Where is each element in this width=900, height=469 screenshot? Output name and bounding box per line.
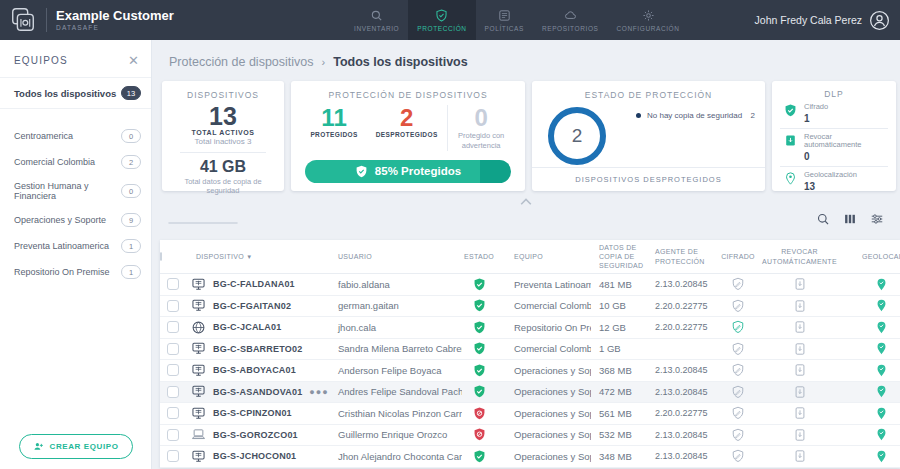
revoke-file-icon[interactable] [793, 320, 807, 334]
row-checkbox[interactable] [167, 407, 179, 419]
select-all-checkbox[interactable] [160, 252, 162, 261]
table-row[interactable]: BG-C-SBARRETO02 ●●● Sandra Milena Barret… [160, 339, 900, 361]
row-checkbox[interactable] [167, 364, 179, 376]
filter-sliders-icon[interactable] [870, 212, 884, 226]
table-row[interactable]: BG-S-CPINZON01 ●●● Cristhian Nicolas Pin… [160, 403, 900, 425]
col-dispositivo[interactable]: DISPOSITIVO ▼ [186, 252, 336, 262]
revoke-file-icon[interactable] [793, 363, 807, 377]
stat-warning: 0 Protegido con advertencia [447, 105, 515, 151]
geolocation-pin-icon[interactable] [875, 342, 888, 355]
sidebar-team-item[interactable]: Preventa Latinoamerica 1 [0, 233, 151, 259]
encryption-shield-icon[interactable] [731, 449, 745, 463]
sidebar-team-item[interactable]: Centroamerica 0 [0, 123, 151, 149]
user-cell: Jhon Alejandro Choconta Cardozo [336, 451, 462, 462]
geolocation-pin-icon[interactable] [875, 278, 888, 291]
dlp-label: Revocar automáticamente [804, 133, 886, 150]
encryption-shield-icon[interactable] [731, 363, 745, 377]
encryption-shield-icon[interactable] [731, 277, 745, 291]
backup-cell: 368 MB [591, 365, 649, 376]
row-checkbox[interactable] [167, 429, 179, 441]
nav-item-configuración[interactable]: CONFIGURACIÓN [608, 0, 689, 40]
col-revocar[interactable]: REVOCAR AUTOMÁTICAMENTE [757, 247, 842, 265]
card-devices: DISPOSITIVOS 13 TOTAL ACTIVOS Total inac… [162, 81, 284, 191]
geolocation-pin-icon[interactable] [875, 364, 888, 377]
table-row[interactable]: BG-S-GOROZCO01 ●●● Guillermo Enrique Oro… [160, 425, 900, 447]
col-usuario[interactable]: USUARIO [336, 252, 462, 261]
sidebar-close-icon[interactable]: ✕ [128, 56, 139, 66]
table-row[interactable]: BG-C-FGAITAN02 ●●● german.gaitan Comerci… [160, 296, 900, 318]
protected-shield-icon [473, 385, 486, 398]
row-checkbox[interactable] [167, 386, 179, 398]
nav-item-protección[interactable]: PROTECCIÓN [408, 0, 475, 40]
row-checkbox[interactable] [167, 321, 179, 333]
device-name: BG-S-JCHOCON01 [213, 451, 296, 461]
team-label: Comercial Colombia [14, 157, 95, 167]
revoke-file-icon[interactable] [793, 449, 807, 463]
geolocation-pin-icon[interactable] [875, 428, 888, 441]
col-estado[interactable]: ESTADO [462, 252, 496, 261]
revoke-file-icon[interactable] [793, 299, 807, 313]
table-row[interactable]: BG-S-ABOYACA01 ●●● Anderson Felipe Boyac… [160, 360, 900, 382]
create-team-button[interactable]: CREAR EQUIPO [19, 434, 133, 459]
revoke-file-icon[interactable] [793, 342, 807, 356]
gear-icon [642, 9, 655, 22]
card-dlp-title: DLP [780, 89, 888, 99]
geolocation-pin-icon[interactable] [875, 321, 888, 334]
card-devices-title: DISPOSITIVOS [170, 90, 276, 100]
sidebar-team-item[interactable]: Comercial Colombia 2 [0, 149, 151, 175]
team-label: Gestion Humana y Financiera [14, 181, 121, 201]
brand-title: Example Customer [56, 9, 174, 23]
table-row[interactable]: BG-C-JCALA01 ●●● jhon.cala Repositorio O… [160, 317, 900, 339]
encryption-shield-icon[interactable] [731, 320, 745, 334]
col-equipo[interactable]: EQUIPO [496, 252, 591, 261]
globe-device-icon [191, 320, 206, 335]
col-agente[interactable]: AGENTE DE PROTECCIÓN [649, 247, 707, 265]
encryption-shield-icon[interactable] [731, 406, 745, 420]
geolocation-pin-icon[interactable] [875, 299, 888, 312]
table-row[interactable]: BG-S-ASANDOVA01 ●●● Andres Felipe Sandov… [160, 382, 900, 404]
nav-item-repositorios[interactable]: REPOSITORIOS [533, 0, 608, 40]
dlp-item: Geolocalización 13 [780, 167, 888, 196]
sidebar-team-item[interactable]: Operaciones y Soporte 9 [0, 207, 151, 233]
monitor-device-icon [191, 406, 206, 421]
unprotected-shield-icon [473, 407, 486, 420]
row-checkbox[interactable] [167, 300, 179, 312]
revoke-file-icon[interactable] [793, 385, 807, 399]
table-row[interactable]: BG-C-FALDANA01 ●●● fabio.aldana Preventa… [160, 274, 900, 296]
encryption-shield-icon[interactable] [731, 299, 745, 313]
table-row[interactable]: BG-S-JCHOCON01 ●●● Jhon Alejandro Chocon… [160, 446, 900, 468]
user-menu[interactable]: John Fredy Cala Perez [755, 0, 890, 40]
row-checkbox[interactable] [167, 278, 179, 290]
row-checkbox[interactable] [167, 343, 179, 355]
sidebar-team-item[interactable]: Repositorio On Premise 1 [0, 259, 151, 285]
nav-item-inventario[interactable]: INVENTARIO [345, 0, 408, 40]
sidebar-team-item[interactable]: Gestion Humana y Financiera 0 [0, 175, 151, 207]
teams-list: Todos los dispositivos 13 Centroamerica … [0, 77, 151, 285]
agent-cell: 2.20.0.22775 [649, 322, 719, 332]
col-cifrado[interactable]: CIFRADO [719, 252, 757, 261]
revoke-file-icon[interactable] [793, 406, 807, 420]
brand-logo-icon [9, 6, 37, 34]
protected-shield-icon [473, 450, 486, 463]
row-checkbox[interactable] [167, 450, 179, 462]
nav-item-políticas[interactable]: POLÍTICAS [476, 0, 533, 40]
brand: Example Customer DATASAFE [0, 6, 230, 34]
col-geolocalizacion[interactable]: GEOLOCALIZACIÓN [842, 252, 900, 261]
unprotected-label: DESPROTEGIDOS [376, 131, 438, 138]
encryption-shield-icon[interactable] [731, 342, 745, 356]
search-icon[interactable] [816, 212, 830, 226]
col-datos-copia[interactable]: DATOS DE COPIA DE SEGURIDAD [591, 243, 643, 270]
create-team-label: CREAR EQUIPO [50, 442, 119, 451]
breadcrumb-parent[interactable]: Protección de dispositivos [169, 55, 314, 69]
geolocation-pin-icon[interactable] [875, 407, 888, 420]
encryption-shield-icon[interactable] [731, 428, 745, 442]
encryption-shield-icon[interactable] [731, 385, 745, 399]
geolocation-pin-icon[interactable] [875, 385, 888, 398]
revoke-file-icon[interactable] [793, 428, 807, 442]
columns-icon[interactable] [843, 212, 857, 226]
total-active-label: TOTAL ACTIVOS [170, 129, 276, 136]
sidebar-team-item[interactable]: Todos los dispositivos 13 [0, 77, 151, 109]
revoke-file-icon[interactable] [793, 277, 807, 291]
backup-total-label: Total datos de copia de seguridad [170, 177, 276, 195]
geolocation-pin-icon[interactable] [875, 450, 888, 463]
